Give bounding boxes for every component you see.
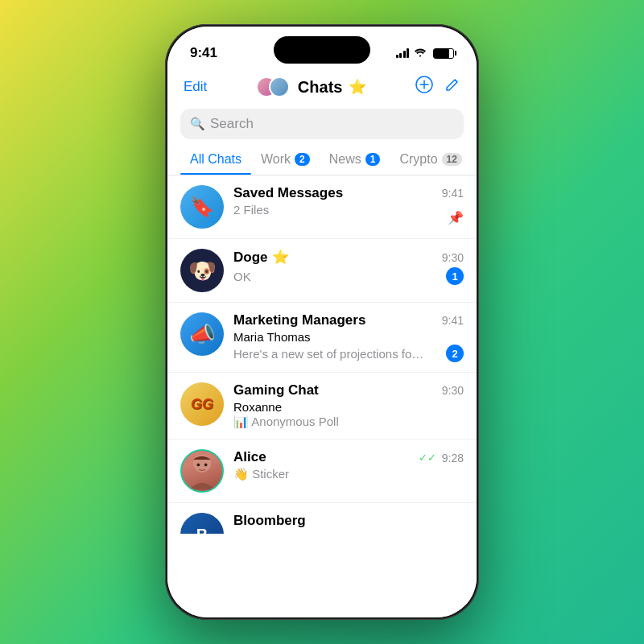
header-center: Chats ⭐: [256, 75, 367, 99]
news-badge: 1: [365, 153, 381, 166]
wifi-icon: [414, 47, 427, 60]
avatar-gaming: GG: [180, 382, 224, 426]
chat-content-marketing: Marketing Managers 9:41 Maria Thomas Her…: [233, 312, 464, 362]
avatar-alice: [180, 449, 224, 493]
unread-badge-doge: 1: [446, 267, 464, 285]
status-time: 9:41: [190, 45, 217, 61]
tab-work[interactable]: Work 2: [251, 146, 320, 175]
tab-friends[interactable]: Frien: [472, 146, 477, 175]
phone-screen: 9:41: [167, 27, 477, 617]
chat-content-doge: Doge ⭐ 9:30 OK 1: [233, 249, 464, 285]
tab-news[interactable]: News 1: [320, 146, 390, 175]
chat-name-doge: Doge ⭐: [233, 249, 289, 266]
avatar-2: [269, 76, 290, 97]
gg-text: GG: [191, 396, 213, 413]
new-chat-icon[interactable]: [415, 76, 433, 98]
chat-time-alice: 9:28: [442, 452, 464, 464]
header-actions: [415, 76, 460, 98]
phone-frame: 9:41: [165, 24, 479, 620]
edit-button[interactable]: Edit: [184, 79, 207, 95]
header-avatars: [256, 75, 291, 99]
tab-crypto[interactable]: Crypto 12: [390, 146, 471, 175]
chat-content-saved: Saved Messages 9:41 2 Files: [233, 185, 464, 217]
alice-photo: [182, 451, 222, 491]
double-check-icon: ✓✓: [419, 452, 436, 464]
search-icon: 🔍: [190, 117, 205, 131]
chat-time-doge: 9:30: [442, 251, 464, 264]
chat-preview-gaming: 📊 Anonymous Poll: [233, 415, 339, 429]
chat-item-saved[interactable]: 🔖 Saved Messages 9:41 2 Files 📌: [167, 175, 477, 239]
chat-item-gaming[interactable]: GG Gaming Chat 9:30 Roxanne 📊 Anonymous …: [167, 373, 477, 440]
chat-name-bloomberg: Bloomberg: [233, 513, 306, 529]
filter-tabs: All Chats Work 2 News 1 Crypto 12 Frien: [167, 146, 477, 175]
bookmark-icon: 🔖: [190, 196, 214, 218]
megaphone-icon: 📣: [189, 322, 215, 347]
compose-icon[interactable]: [444, 76, 460, 97]
header: Edit Chats ⭐: [167, 68, 477, 107]
chat-content-alice: Alice ✓✓ 9:28 👋 Sticker: [233, 449, 464, 481]
status-icons: [396, 47, 455, 60]
chat-name-alice: Alice: [233, 449, 266, 465]
chat-content-bloomberg: Bloomberg: [233, 513, 464, 530]
dynamic-island: [274, 36, 370, 64]
work-badge: 2: [295, 153, 310, 166]
signal-bars-icon: [396, 48, 410, 58]
crypto-badge: 12: [442, 153, 462, 166]
search-bar[interactable]: 🔍 Search: [180, 109, 464, 139]
chat-name-saved: Saved Messages: [233, 185, 343, 201]
pin-icon-saved: 📌: [448, 210, 464, 225]
chat-time-gaming: 9:30: [442, 384, 464, 397]
chat-item-bloomberg[interactable]: B Bloomberg: [167, 503, 477, 534]
battery-icon: [433, 48, 454, 59]
chat-preview-alice: 👋 Sticker: [233, 467, 289, 481]
header-title: Chats: [298, 78, 343, 97]
doge-star-icon: ⭐: [272, 249, 289, 266]
svg-point-5: [197, 464, 200, 467]
avatar-marketing: 📣: [180, 312, 224, 356]
avatar-doge: 🐶: [180, 249, 224, 292]
star-icon: ⭐: [349, 78, 366, 96]
chat-name-gaming: Gaming Chat: [233, 382, 319, 398]
avatar-bloomberg: B: [180, 513, 224, 534]
tab-all-chats[interactable]: All Chats: [180, 146, 251, 175]
chat-item-marketing[interactable]: 📣 Marketing Managers 9:41 Maria Thomas H…: [167, 303, 477, 373]
svg-point-6: [204, 464, 208, 467]
chat-item-alice[interactable]: Alice ✓✓ 9:28 👋 Sticker: [167, 440, 477, 503]
status-bar: 9:41: [167, 27, 477, 68]
chat-name-marketing: Marketing Managers: [233, 312, 365, 328]
chat-content-gaming: Gaming Chat 9:30 Roxanne 📊 Anonymous Pol…: [233, 382, 464, 429]
chat-list: 🔖 Saved Messages 9:41 2 Files 📌 🐶: [167, 175, 477, 617]
chat-time-marketing: 9:41: [442, 314, 464, 327]
chat-time-saved: 9:41: [442, 187, 464, 200]
chat-preview-saved: 2 Files: [233, 203, 269, 217]
chat-preview-doge: OK: [233, 270, 251, 283]
chat-sender-gaming: Roxanne: [233, 400, 282, 414]
avatar-saved: 🔖: [180, 185, 224, 229]
unread-badge-marketing: 2: [446, 345, 464, 362]
search-placeholder: Search: [210, 116, 254, 132]
chat-sender-marketing: Maria Thomas: [233, 330, 311, 344]
chat-item-doge[interactable]: 🐶 Doge ⭐ 9:30 OK 1: [167, 239, 477, 303]
chat-preview-marketing: Here's a new set of projections for the.…: [233, 347, 427, 361]
